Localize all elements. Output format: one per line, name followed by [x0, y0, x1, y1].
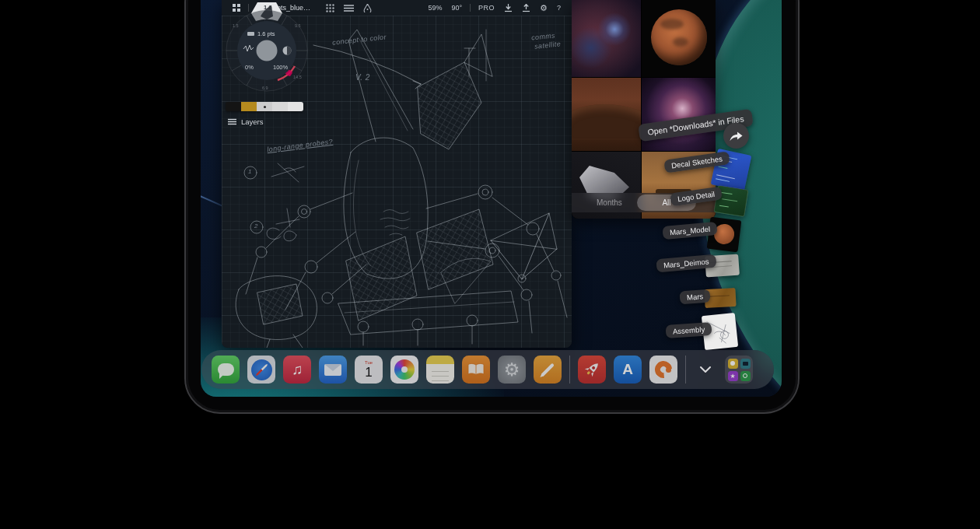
swatch-light-gray[interactable] [257, 102, 272, 111]
ring-value: 1.5 [233, 23, 239, 28]
compass-icon [251, 359, 272, 380]
dock-icon-mail[interactable] [319, 356, 347, 384]
dock: ♫ Tue 1 ⚙ A [201, 350, 774, 389]
hamburger-icon [228, 118, 236, 125]
swatch-black[interactable] [226, 102, 241, 111]
dock-icon-photos[interactable] [390, 356, 418, 384]
rotation-value[interactable]: 90° [451, 4, 462, 12]
dock-icon-pages[interactable] [534, 356, 562, 384]
photo-horsehead-nebula[interactable] [572, 0, 641, 77]
dock-icon-app-library[interactable]: ★ [725, 356, 753, 384]
rocket-icon [583, 360, 601, 379]
dock-icon-rocket[interactable] [578, 356, 606, 384]
ipad-screen: concept to color comms satellite V. 2 lo… [201, 0, 782, 397]
speech-bubble-icon [218, 363, 234, 376]
chevron-down-icon [700, 366, 711, 373]
dock-icon-concepts[interactable] [649, 356, 677, 384]
swatch-selected-dot [264, 106, 266, 108]
dock-icon-messages[interactable] [212, 356, 240, 384]
envelope-icon [324, 364, 341, 376]
dock-divider [569, 356, 570, 384]
color-palette-strip[interactable] [226, 102, 303, 111]
annotation-marker-2: 2 [254, 222, 258, 229]
dock-icon-calendar[interactable]: Tue 1 [355, 356, 383, 384]
tab-months[interactable]: Months [597, 198, 622, 207]
forward-arrow-icon [729, 130, 744, 142]
layers-label: Layers [241, 117, 264, 126]
dock-icon-books[interactable] [462, 356, 490, 384]
brush-size-knob [257, 40, 278, 61]
dock-icon-settings[interactable]: ⚙ [498, 356, 526, 384]
dock-icon-notes[interactable] [426, 356, 454, 384]
flower-icon [394, 359, 415, 380]
photo-orion-nebula[interactable] [642, 78, 716, 151]
music-note-icon: ♫ [292, 361, 303, 378]
photo-mars-globe[interactable] [642, 0, 716, 77]
app-library-grid: ★ [728, 359, 751, 381]
wheel-size-label: 1.6 pts [257, 30, 275, 37]
mini-tips-icon [728, 359, 738, 369]
dot-grid-icon[interactable] [326, 4, 334, 12]
dock-icon-safari[interactable] [247, 356, 275, 384]
zoom-level[interactable]: 59% [428, 4, 442, 12]
concepts-dot [666, 367, 671, 373]
appstore-a-glyph: A [622, 361, 633, 378]
ring-value: 6.9 [262, 86, 268, 90]
dock-divider [685, 356, 686, 384]
pen-icon [541, 363, 555, 377]
open-book-icon [467, 363, 485, 376]
concepts-c-icon [652, 358, 676, 382]
wheel-opacity-max: 100% [273, 64, 289, 71]
gear-icon: ⚙ [504, 359, 520, 380]
annotation-version: V. 2 [355, 73, 370, 82]
swatch-gold[interactable] [241, 102, 257, 111]
dock-icon-app-store[interactable]: A [614, 356, 642, 384]
wheel-active-size: 1.6 [264, 4, 271, 11]
layers-button[interactable]: Layers [228, 117, 264, 126]
settings-gear-icon[interactable]: ⚙ [540, 3, 548, 13]
dock-icon-music[interactable]: ♫ [283, 356, 311, 384]
dock-chevron-button[interactable] [694, 356, 717, 384]
annotation-marker-1: 1 [248, 168, 252, 175]
mars-hill [572, 104, 641, 140]
mini-star-icon: ★ [728, 371, 738, 381]
mini-podcast-icon [740, 371, 751, 381]
share-forward-button[interactable] [723, 123, 749, 149]
stacked-layers-icon[interactable] [344, 4, 354, 12]
tool-wheel[interactable]: 1.6 pts 0% 100% 1.6 1.5 9.5 14.5 6.9 [223, 2, 309, 93]
pen-nib-icon[interactable] [363, 4, 372, 12]
photos-app-window: Months All [572, 0, 716, 219]
pro-badge[interactable]: PRO [478, 4, 495, 12]
toolbar-divider [470, 4, 471, 12]
export-icon[interactable] [522, 4, 530, 12]
wheel-opacity-min: 0% [245, 64, 254, 71]
help-button[interactable]: ? [557, 4, 561, 12]
mini-camera-icon [740, 359, 751, 369]
ring-value: 9.5 [295, 23, 301, 28]
ring-value: 14.5 [293, 75, 302, 79]
import-icon[interactable] [504, 4, 513, 12]
calendar-day: 1 [365, 366, 372, 379]
concepts-app-window: concept to color comms satellite V. 2 lo… [222, 0, 572, 348]
swatch-lighter-gray[interactable] [272, 102, 288, 111]
photo-grid [572, 0, 716, 219]
drag-label-mars: Mars [679, 289, 710, 305]
swatch-white[interactable] [288, 102, 303, 111]
photo-mars-surface[interactable] [572, 78, 641, 151]
